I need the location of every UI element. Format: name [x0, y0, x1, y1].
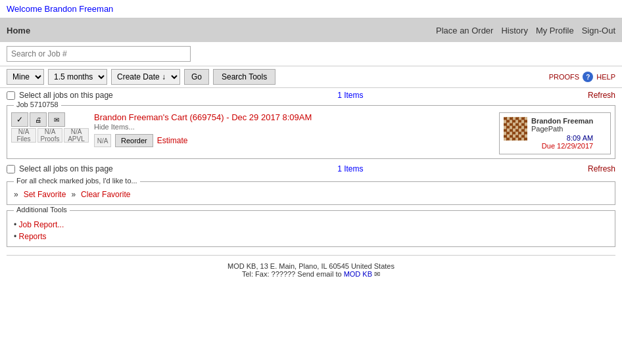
na-apvl: N/A APVL: [64, 128, 89, 143]
job-group: Job 5710758 🖨 ✉ N/A Files: [7, 105, 615, 159]
additional-tools-group: Additional Tools • Job Report... • Repor…: [7, 210, 615, 247]
nav-right: Place an Order History My Profile Sign-O…: [436, 26, 615, 35]
job-title-link[interactable]: Brandon Freeman's Cart (669754) - Dec 29…: [94, 112, 312, 122]
estimate-link[interactable]: Estimate: [157, 136, 188, 145]
additional-tools-title: Additional Tools: [14, 206, 70, 214]
job-item: 🖨 ✉ N/A Files N/A Proofs N/A APVL: [11, 112, 611, 154]
refresh-link-top[interactable]: Refresh: [588, 91, 615, 100]
help-label: HELP: [596, 73, 615, 81]
tools-list: • Job Report... • Reports: [14, 220, 608, 241]
job-details: Brandon Freeman's Cart (669754) - Dec 29…: [94, 112, 494, 147]
print-icon: 🖨: [35, 116, 41, 124]
items-row-bottom: Select all jobs on this page 1 Items Ref…: [0, 162, 622, 176]
footer-tel-fax: Tel: Fax: ?????? Send email to: [242, 270, 342, 278]
job-report-link[interactable]: Job Report...: [19, 220, 64, 229]
search-tools-button[interactable]: Search Tools: [213, 69, 275, 85]
items-count-top: 1 Items: [337, 91, 363, 100]
actions-links: » Set Favorite » Clear Favorite: [14, 190, 608, 199]
job-group-title: Job 5710758: [14, 101, 61, 108]
select-all-label-top: Select all jobs on this page: [19, 91, 113, 100]
print-button[interactable]: 🖨: [30, 112, 47, 127]
email-icon: ✉: [54, 116, 59, 124]
select-all-bottom: Select all jobs on this page: [7, 164, 113, 173]
job-card: Brandon Freeman PagePath 8:09 AM Due 12/…: [499, 112, 611, 154]
hide-items[interactable]: Hide Items...: [94, 123, 135, 131]
nav-history[interactable]: History: [501, 26, 527, 35]
separator: »: [71, 190, 76, 199]
reports-link[interactable]: Reports: [19, 232, 47, 241]
for-all-group: For all check marked jobs, I'd like to..…: [7, 181, 615, 205]
nav-place-order[interactable]: Place an Order: [436, 26, 493, 35]
go-button[interactable]: Go: [184, 69, 209, 85]
reorder-button[interactable]: Reorder: [115, 134, 153, 147]
email-button[interactable]: ✉: [48, 112, 65, 127]
footer-mod-kb-link[interactable]: MOD KB: [344, 270, 372, 278]
job-card-company: PagePath: [531, 125, 593, 133]
welcome-text: Welcome Brandon Freeman: [7, 4, 113, 14]
job-report-item: • Job Report...: [14, 220, 608, 229]
job-card-time: 8:09 AM: [531, 134, 593, 142]
nav-my-profile[interactable]: My Profile: [536, 26, 574, 35]
footer-divider: [7, 255, 615, 256]
select-all-top: Select all jobs on this page: [7, 91, 113, 100]
help-icon[interactable]: ?: [583, 72, 593, 82]
footer: MOD KB, 13 E. Main, Plano, IL 60545 Unit…: [0, 260, 622, 281]
job-card-name: Brandon Freeman: [531, 117, 593, 125]
footer-contact: Tel: Fax: ?????? Send email to MOD KB ✉: [3, 270, 619, 279]
select-all-checkbox-bottom[interactable]: [7, 165, 15, 173]
refresh-link-bottom[interactable]: Refresh: [588, 164, 615, 173]
filter-row: Mine 1.5 months Create Date ↓ Go Search …: [0, 66, 622, 88]
select-all-label-bottom: Select all jobs on this page: [19, 164, 113, 173]
search-input[interactable]: [7, 46, 191, 62]
proofs-label: PROOFS: [549, 73, 579, 81]
sort-select[interactable]: Create Date ↓: [111, 69, 180, 85]
footer-address: MOD KB, 13 E. Main, Plano, IL 60545 Unit…: [3, 262, 619, 270]
for-all-title: For all check marked jobs, I'd like to..…: [14, 177, 140, 185]
mine-select[interactable]: Mine: [7, 69, 44, 85]
clear-favorite-link[interactable]: Clear Favorite: [81, 190, 130, 199]
items-row-top: Select all jobs on this page 1 Items Ref…: [0, 88, 622, 102]
job-card-info: Brandon Freeman PagePath 8:09 AM Due 12/…: [531, 117, 593, 150]
job-sub-actions: N/A Reorder Estimate: [94, 134, 494, 147]
nav-sign-out[interactable]: Sign-Out: [582, 26, 615, 35]
job-card-avatar: [504, 117, 527, 141]
set-favorite-link[interactable]: Set Favorite: [24, 190, 66, 199]
search-bar: [0, 42, 622, 66]
proofs-help: PROOFS ? HELP: [549, 72, 615, 82]
select-all-checkbox-top[interactable]: [7, 91, 15, 100]
checkmark-icon: [16, 115, 23, 124]
na-small: N/A: [94, 134, 111, 147]
bullet-1: »: [14, 190, 18, 199]
job-actions: 🖨 ✉ N/A Files N/A Proofs N/A APVL: [11, 112, 89, 143]
job-card-due: Due 12/29/2017: [531, 142, 593, 150]
na-proofs: N/A Proofs: [37, 128, 62, 143]
na-files: N/A Files: [11, 128, 36, 143]
job-actions-top: 🖨 ✉: [11, 112, 89, 127]
items-count-bottom: 1 Items: [337, 164, 363, 173]
job-actions-bottom: N/A Files N/A Proofs N/A APVL: [11, 128, 89, 143]
footer-email-icon: ✉: [374, 270, 380, 278]
reports-item: • Reports: [14, 232, 608, 241]
nav-home[interactable]: Home: [7, 26, 30, 35]
checkmark-button[interactable]: [11, 112, 28, 127]
welcome-bar: Welcome Brandon Freeman: [0, 0, 622, 18]
nav-bar: Home Place an Order History My Profile S…: [0, 18, 622, 42]
date-range-select[interactable]: 1.5 months: [48, 69, 107, 85]
